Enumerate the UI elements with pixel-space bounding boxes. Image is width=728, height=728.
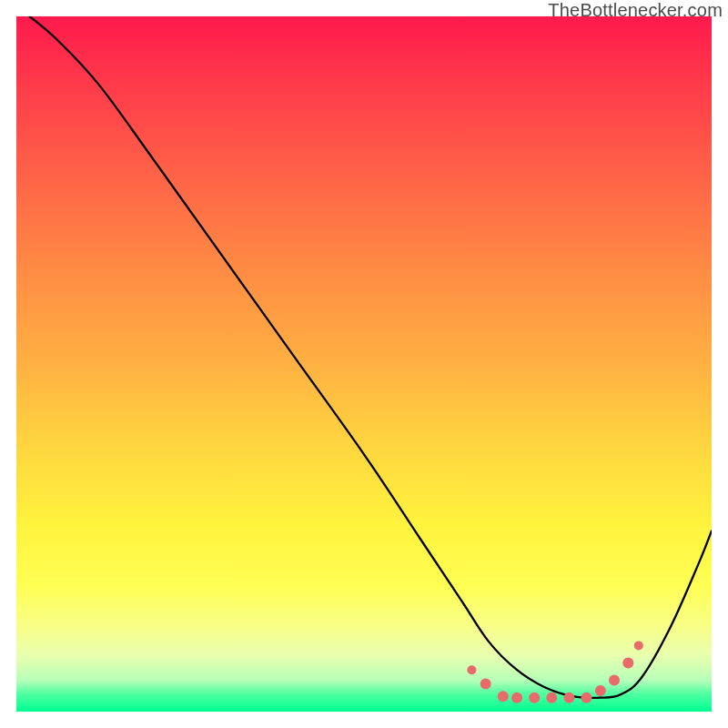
bottleneck-curve xyxy=(30,16,713,698)
curve-markers xyxy=(467,641,642,703)
marker-point xyxy=(546,693,557,703)
marker-point xyxy=(581,693,592,703)
marker-point xyxy=(634,641,643,650)
marker-point xyxy=(622,658,633,669)
plot-area xyxy=(16,16,712,712)
marker-point xyxy=(609,675,620,686)
marker-point xyxy=(498,691,509,702)
marker-point xyxy=(480,678,491,689)
marker-point xyxy=(529,693,540,703)
marker-point xyxy=(595,685,606,696)
curve-layer xyxy=(16,16,712,712)
marker-point xyxy=(511,693,522,703)
marker-point xyxy=(563,693,574,703)
chart-container: TheBottlenecker.com xyxy=(0,0,728,728)
marker-point xyxy=(467,665,476,674)
